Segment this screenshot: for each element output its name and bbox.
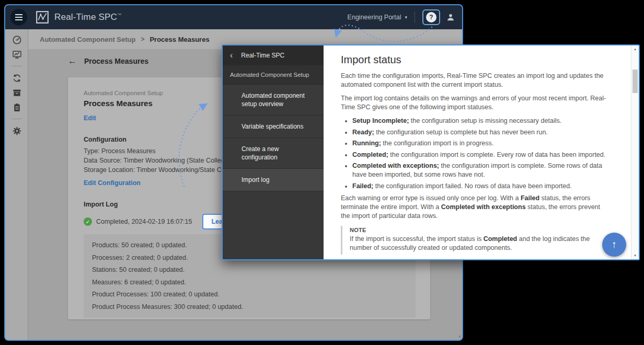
edit-link[interactable]: Edit bbox=[84, 114, 96, 122]
window-scroll-down-icon[interactable]: ▾ bbox=[458, 335, 461, 339]
clipboard-icon[interactable] bbox=[5, 100, 28, 114]
person-icon bbox=[445, 12, 456, 22]
app-logo-icon bbox=[36, 10, 49, 24]
status-bullet: Running; the configuration import is in … bbox=[352, 139, 610, 148]
scrollbar-thumb[interactable] bbox=[632, 70, 638, 93]
user-profile-button[interactable] bbox=[445, 12, 456, 22]
status-bullet: Failed; the configuration import failed.… bbox=[352, 182, 610, 191]
breadcrumb-parent-link[interactable]: Automated Component Setup bbox=[40, 36, 135, 43]
chart-monitor-icon[interactable] bbox=[5, 47, 28, 62]
trademark-symbol: ™ bbox=[117, 13, 121, 17]
settings-gear-icon[interactable] bbox=[5, 123, 28, 138]
import-stat-line: Product Processes: 100 created; 0 update… bbox=[92, 291, 416, 298]
help-nav-items: Automated component setup overviewVariab… bbox=[223, 85, 324, 191]
sidebar-divider bbox=[12, 66, 22, 66]
hamburger-menu-button[interactable] bbox=[10, 9, 27, 26]
status-bullet: Completed; the configuration import is c… bbox=[352, 151, 610, 159]
help-nav-section[interactable]: Automated Component Setup bbox=[223, 65, 324, 85]
help-title: Import status bbox=[341, 54, 610, 66]
chevron-left-icon: ‹ bbox=[230, 51, 233, 60]
import-status-text: Completed, 2024-02-19 16:07:15 bbox=[96, 218, 192, 225]
scroll-to-top-button[interactable]: ↑ bbox=[602, 233, 626, 257]
status-completed-icon: ✓ bbox=[84, 217, 92, 226]
note-label: NOTE bbox=[350, 227, 610, 233]
status-bullet: Completed with exceptions; the configura… bbox=[352, 162, 610, 179]
edit-configuration-link[interactable]: Edit Configuration bbox=[84, 179, 141, 187]
help-closing-paragraph: Each warning or error type is issued onl… bbox=[341, 194, 610, 221]
navbar-divider bbox=[415, 12, 415, 23]
status-bullet-list: Setup Incomplete; the configuration setu… bbox=[341, 117, 610, 191]
help-nav-item[interactable]: Automated component setup overview bbox=[223, 85, 324, 116]
help-icon: ? bbox=[426, 12, 436, 22]
help-nav-item[interactable]: Variable specifications bbox=[223, 116, 324, 138]
note-block: NOTE If the import is successful, the im… bbox=[341, 226, 610, 255]
sync-icon[interactable] bbox=[5, 71, 28, 85]
status-bullet: Setup Incomplete; the configuration setu… bbox=[352, 117, 610, 125]
help-panel: ‹ Real-Time SPC Automated Component Setu… bbox=[222, 44, 640, 260]
chevron-down-icon: ▾ bbox=[405, 15, 407, 20]
sidebar-divider bbox=[12, 119, 22, 119]
help-content: Import status Each time the configuratio… bbox=[324, 45, 639, 259]
help-nav-header[interactable]: ‹ Real-Time SPC bbox=[223, 45, 324, 65]
help-button[interactable]: ? bbox=[422, 9, 440, 25]
scrollbar-down-icon[interactable]: ▼ bbox=[631, 254, 639, 257]
help-intro-paragraph-1: Each time the configuration imports, Rea… bbox=[341, 72, 610, 89]
help-nav-title: Real-Time SPC bbox=[241, 52, 284, 59]
help-nav-item[interactable]: Create a new configuration bbox=[223, 138, 324, 169]
help-nav: ‹ Real-Time SPC Automated Component Setu… bbox=[223, 45, 324, 259]
portal-dropdown[interactable]: Engineering Portal ▾ bbox=[348, 14, 407, 21]
breadcrumb-separator: > bbox=[141, 36, 144, 43]
app-title: Real-Time SPC™ bbox=[54, 12, 121, 22]
portal-dropdown-label: Engineering Portal bbox=[348, 14, 401, 21]
import-stat-line: Product Process Measures: 300 created; 0… bbox=[92, 304, 416, 310]
arrow-up-icon: ↑ bbox=[612, 239, 617, 250]
breadcrumb-current: Process Measures bbox=[150, 36, 209, 43]
dashboard-gauge-icon[interactable] bbox=[5, 32, 28, 47]
page-title: Process Measures bbox=[84, 57, 148, 65]
import-stat-line: Measures: 6 created; 0 updated. bbox=[92, 279, 416, 286]
help-intro-paragraph-2: The import log contains details on the w… bbox=[341, 94, 610, 112]
status-bullet: Ready; the configuration setup is comple… bbox=[352, 128, 610, 137]
back-arrow-button[interactable]: ← bbox=[68, 56, 77, 65]
help-scrollbar[interactable]: ▲ ▼ bbox=[631, 45, 639, 259]
scrollbar-up-icon[interactable]: ▲ bbox=[631, 48, 639, 51]
note-text: If the import is successful, the import … bbox=[350, 235, 610, 252]
screenshot-canvas: Real-Time SPC™ Engineering Portal ▾ ? bbox=[0, 0, 644, 345]
help-nav-item[interactable]: Import log bbox=[223, 169, 324, 191]
storage-box-icon[interactable] bbox=[5, 85, 28, 100]
top-navbar: Real-Time SPC™ Engineering Portal ▾ ? bbox=[5, 5, 462, 29]
sidebar bbox=[5, 29, 28, 340]
import-stat-line: Stations: 50 created; 0 updated. bbox=[92, 267, 416, 273]
